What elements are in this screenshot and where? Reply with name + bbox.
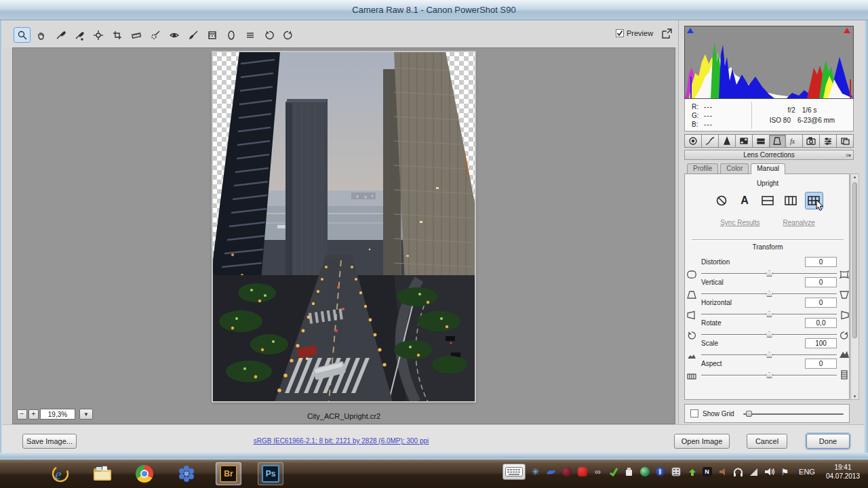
- cancel-button[interactable]: Cancel: [747, 434, 787, 449]
- tray-n-badge-icon[interactable]: N: [701, 466, 713, 478]
- horizontal-slider[interactable]: [701, 314, 837, 315]
- rotate-slider-thumb[interactable]: [766, 331, 773, 338]
- show-grid-checkbox[interactable]: [690, 409, 698, 418]
- radial-filter-tool-button[interactable]: [222, 27, 239, 43]
- done-button[interactable]: Done: [806, 434, 850, 449]
- window-titlebar[interactable]: Camera Raw 8.1 - Canon PowerShot S90: [0, 0, 868, 20]
- sync-results-link[interactable]: Sync Results: [720, 219, 760, 226]
- highlight-clipping-indicator[interactable]: [844, 28, 851, 34]
- scroll-up-arrow[interactable]: ▲: [853, 175, 857, 179]
- grid-size-slider-thumb[interactable]: [746, 411, 752, 417]
- tray-green-sync-icon[interactable]: [608, 466, 619, 478]
- panel-scrollbar[interactable]: ▲ ▼: [850, 174, 859, 400]
- tray-red-app-icon[interactable]: [576, 466, 588, 478]
- tab-detail[interactable]: [719, 134, 736, 148]
- upright-off-button[interactable]: [713, 192, 731, 209]
- tab-lens-corrections[interactable]: [770, 134, 787, 148]
- network-signal-icon[interactable]: [748, 466, 760, 478]
- tray-device-icon[interactable]: [623, 466, 635, 478]
- chrome-button[interactable]: [132, 462, 157, 485]
- rotate-left-button[interactable]: [260, 27, 277, 43]
- upright-auto-button[interactable]: A: [736, 192, 754, 209]
- tray-snowflake-icon[interactable]: ✳: [530, 466, 541, 478]
- distortion-value-field[interactable]: [805, 257, 837, 267]
- open-image-button[interactable]: Open Image: [674, 434, 730, 449]
- touch-keyboard-button[interactable]: [502, 464, 526, 480]
- straighten-tool-button[interactable]: [127, 27, 144, 43]
- scale-slider-thumb[interactable]: [766, 352, 773, 358]
- language-indicator[interactable]: ENG: [799, 468, 815, 476]
- upright-full-button[interactable]: [805, 192, 823, 209]
- rotate-slider[interactable]: [701, 334, 837, 336]
- flower-app-button[interactable]: [174, 462, 199, 485]
- upright-vertical-button[interactable]: [782, 192, 800, 209]
- distortion-slider[interactable]: [701, 273, 837, 274]
- internet-explorer-button[interactable]: e: [47, 462, 73, 485]
- vertical-slider[interactable]: [701, 293, 837, 295]
- crop-tool-button[interactable]: [108, 27, 125, 43]
- aspect-slider[interactable]: [701, 375, 837, 376]
- tab-snapshots[interactable]: [837, 134, 854, 148]
- tab-effects[interactable]: fx: [786, 134, 803, 148]
- tab-camera-calibration[interactable]: [803, 134, 820, 148]
- scroll-down-arrow[interactable]: ▼: [853, 394, 857, 399]
- shadow-clipping-indicator[interactable]: [687, 28, 694, 34]
- panel-menu-icon[interactable]: ≡▾: [846, 152, 850, 159]
- preferences-button[interactable]: [241, 27, 258, 43]
- white-balance-tool-button[interactable]: [52, 27, 68, 43]
- vertical-value-field[interactable]: [805, 277, 837, 287]
- image-canvas[interactable]: − + 19,3% ▼ City_ACR_Upright.cr2: [12, 47, 675, 424]
- tray-link-icon[interactable]: ∞: [592, 466, 604, 478]
- toggle-fullscreen-button[interactable]: [658, 26, 675, 41]
- volume-icon[interactable]: [764, 466, 775, 478]
- tray-globe-icon[interactable]: [639, 466, 650, 478]
- zoom-tool-button[interactable]: [14, 27, 31, 43]
- distortion-slider-thumb[interactable]: [766, 270, 773, 277]
- color-sampler-tool-button[interactable]: [71, 27, 87, 43]
- tray-headphones-icon[interactable]: [732, 466, 744, 478]
- preview-checkbox[interactable]: [616, 29, 624, 37]
- hand-tool-button[interactable]: [33, 27, 50, 43]
- action-center-flag-icon[interactable]: ⚑: [779, 466, 791, 478]
- file-explorer-button[interactable]: [90, 462, 115, 485]
- tab-tone-curve[interactable]: [702, 134, 719, 148]
- vertical-slider-thumb[interactable]: [766, 291, 773, 297]
- scale-slider[interactable]: [701, 354, 837, 356]
- preview-toggle[interactable]: Preview: [616, 29, 653, 37]
- reanalyze-link[interactable]: Reanalyze: [783, 219, 815, 226]
- tab-basic[interactable]: [684, 134, 702, 148]
- rotate-value-field[interactable]: [805, 318, 837, 328]
- tray-bird-icon[interactable]: [545, 466, 557, 478]
- upright-level-button[interactable]: [759, 192, 777, 209]
- photoshop-button[interactable]: Ps: [258, 462, 283, 485]
- tab-color[interactable]: Color: [720, 163, 749, 174]
- tray-calculator-icon[interactable]: [670, 466, 682, 478]
- scrollbar-thumb[interactable]: [852, 182, 857, 338]
- tray-speaker-brown-icon[interactable]: [717, 466, 728, 478]
- tab-manual[interactable]: Manual: [751, 163, 785, 174]
- targeted-adjustment-tool-button[interactable]: [90, 27, 106, 43]
- red-eye-tool-button[interactable]: [165, 27, 182, 43]
- aspect-value-field[interactable]: [805, 359, 837, 369]
- adjustment-brush-tool-button[interactable]: [184, 27, 201, 43]
- tab-profile[interactable]: Profile: [687, 163, 718, 174]
- tab-presets[interactable]: [820, 134, 837, 148]
- spot-removal-tool-button[interactable]: [146, 27, 163, 43]
- tray-bluetooth-icon[interactable]: ᛒ: [654, 466, 666, 478]
- scale-value-field[interactable]: [805, 338, 837, 348]
- taskbar-clock[interactable]: 19:41 04.07.2013: [826, 463, 860, 481]
- tab-hsl-grayscale[interactable]: [736, 134, 753, 148]
- grid-size-slider[interactable]: [743, 413, 844, 415]
- tray-ruby-icon[interactable]: [561, 466, 572, 478]
- adobe-bridge-button[interactable]: Br: [216, 462, 241, 485]
- rotate-right-button[interactable]: [279, 27, 296, 43]
- horizontal-value-field[interactable]: [805, 298, 837, 308]
- photo-preview[interactable]: [212, 52, 475, 402]
- tray-green-arrow-icon[interactable]: [686, 466, 697, 478]
- tab-split-toning[interactable]: [753, 134, 770, 148]
- workflow-options-link[interactable]: sRGB IEC61966-2.1; 8 bit; 2121 by 2828 (…: [2, 437, 680, 445]
- graduated-filter-tool-button[interactable]: [203, 27, 220, 43]
- horizontal-slider-thumb[interactable]: [766, 311, 773, 317]
- aspect-slider-thumb[interactable]: [766, 372, 773, 378]
- panel-header: Lens Corrections ≡▾: [684, 150, 854, 160]
